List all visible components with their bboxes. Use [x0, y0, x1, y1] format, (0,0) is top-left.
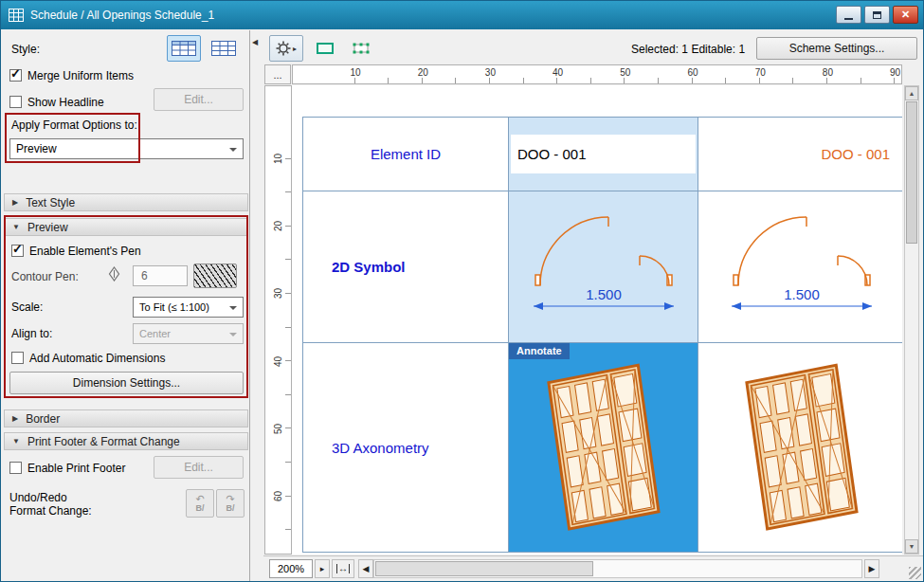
cell-2d-symbol-selected[interactable]: 1.500 — [509, 191, 698, 343]
cell-2d-symbol-value[interactable]: 1.500 — [698, 191, 902, 343]
window-controls: ✕ — [836, 6, 918, 24]
dimension-settings-label: Dimension Settings... — [73, 376, 180, 390]
enable-element-pen-checkbox[interactable]: ✓ — [11, 245, 24, 257]
cell-3d-axonometry-active[interactable]: Annotate — [509, 343, 698, 552]
apply-format-select[interactable]: Preview — [9, 138, 244, 159]
cell-element-id-header[interactable]: Element ID — [303, 118, 509, 191]
style-grid-button[interactable] — [207, 35, 241, 62]
headline-edit-button[interactable]: Edit... — [154, 88, 244, 111]
enable-element-pen-label: Enable Element's Pen — [29, 245, 141, 258]
chevron-down-icon — [229, 148, 237, 155]
edit-region-tool-button[interactable] — [347, 36, 375, 61]
section-preview-label: Preview — [27, 221, 68, 234]
footer-edit-button[interactable]: Edit... — [154, 456, 244, 479]
scroll-right-button[interactable]: ▶ — [864, 559, 879, 578]
schedule-main-area: ▸ Selected: 1 Editable: 1 Scheme Setting… — [263, 30, 924, 582]
zoom-level-button[interactable]: 200% — [269, 559, 313, 578]
section-preview[interactable]: ▼ Preview — [4, 218, 248, 236]
expanded-arrow-icon: ▼ — [12, 223, 20, 231]
add-automatic-dimensions-checkbox[interactable] — [11, 352, 24, 364]
collapse-sidebar-button[interactable]: ◀ — [252, 38, 258, 46]
selection-handles-icon — [352, 42, 371, 55]
merge-uniform-items-checkbox[interactable]: ✓ — [9, 69, 22, 82]
show-headline-checkbox[interactable] — [9, 96, 22, 108]
sidebar-splitter[interactable]: ◀ — [250, 30, 263, 582]
align-to-select[interactable]: Center — [133, 323, 244, 344]
dimension-settings-button[interactable]: Dimension Settings... — [9, 372, 244, 394]
restore-button[interactable] — [864, 6, 890, 24]
style-merged-button[interactable] — [167, 35, 201, 62]
scale-select[interactable]: To Fit (≤ 1:100) — [133, 297, 244, 318]
contour-pen-field[interactable]: 6 — [133, 265, 188, 286]
h-ruler-label: 30 — [485, 67, 496, 78]
v-ruler-label: 50 — [273, 419, 283, 438]
scheme-settings-button[interactable]: Scheme Settings... — [756, 37, 917, 60]
redo-format-change-button[interactable]: ↷ B/ — [216, 489, 245, 518]
align-to-label: Align to: — [11, 327, 52, 340]
2d-symbol-label: 2D Symbol — [332, 259, 406, 275]
cell-element-id-editing[interactable]: DOO - 001 — [509, 118, 698, 191]
ruler-vertical: 102030405060 — [264, 85, 292, 555]
scroll-left-button[interactable]: ◀ — [358, 559, 373, 578]
scroll-down-button[interactable]: ▼ — [905, 539, 918, 554]
window-title: Schedule / All Openings Schedule_1 — [30, 9, 214, 22]
vertical-scrollbar[interactable]: ▲ ▼ — [904, 85, 919, 555]
right-arrow-icon: ▶ — [869, 564, 876, 573]
door-2d-symbol: 1.500 — [520, 214, 687, 320]
add-automatic-dimensions-label: Add Automatic Dimensions — [29, 352, 165, 365]
schedule-table: Element ID DOO - 001 DOO - 001 2D Symbol — [302, 117, 902, 553]
check-icon: ✓ — [10, 66, 21, 81]
schedule-grid-icon — [9, 9, 24, 22]
restore-icon — [873, 11, 881, 19]
element-id-edit-field[interactable]: DOO - 001 — [511, 135, 696, 173]
undo-format-change-button[interactable]: ↶ B/ — [186, 489, 214, 518]
resize-grip[interactable] — [909, 567, 921, 579]
cell-3d-axonometry-value[interactable] — [698, 343, 902, 552]
horizontal-scroll-thumb[interactable] — [375, 561, 593, 576]
door-3d-axonometry — [543, 359, 664, 536]
preview-mode-button[interactable]: ▸ — [269, 35, 303, 62]
v-ruler-label: 30 — [273, 284, 283, 303]
scroll-up-button[interactable]: ▲ — [905, 86, 918, 100]
minimize-button[interactable] — [836, 6, 861, 24]
titlebar[interactable]: Schedule / All Openings Schedule_1 ✕ — [1, 1, 923, 29]
section-text-style[interactable]: ▶ Text Style — [4, 193, 248, 211]
contour-pen-label: Contour Pen: — [11, 270, 79, 283]
h-ruler-label: 90 — [890, 67, 900, 78]
zoom-menu-button[interactable]: ▸ — [315, 559, 330, 578]
element-id-value-right: DOO - 001 — [821, 146, 890, 162]
dimension-text: 1.500 — [586, 286, 622, 302]
schedule-content-area: Element ID DOO - 001 DOO - 001 2D Symbol — [292, 85, 902, 555]
vertical-scroll-thumb[interactable] — [906, 101, 917, 244]
annotate-badge: Annotate — [509, 343, 570, 359]
pen-sample-button[interactable] — [193, 264, 237, 288]
h-ruler-label: 70 — [755, 67, 766, 78]
enable-print-footer-checkbox[interactable] — [9, 462, 22, 474]
ruler-options-button[interactable]: ... — [264, 64, 291, 84]
undo-arrow-icon: ↶ — [195, 494, 204, 503]
cell-3d-axonometry-header[interactable]: 3D Axonometry — [303, 343, 509, 552]
section-border-label: Border — [26, 412, 60, 426]
section-border[interactable]: ▶ Border — [4, 409, 248, 427]
close-button[interactable]: ✕ — [893, 6, 918, 24]
apply-format-label: Apply Format Options to: — [11, 118, 137, 132]
format-b-icon: B/ — [226, 503, 235, 513]
fit-in-window-button[interactable]: ↔ — [332, 559, 354, 578]
cell-element-id-value[interactable]: DOO - 001 — [698, 118, 902, 191]
table-style-grid-icon — [211, 41, 236, 56]
ruler-corner-label: ... — [273, 69, 281, 81]
table-style-merged-icon — [172, 41, 196, 56]
format-b-icon: B/ — [196, 503, 205, 513]
section-print-footer[interactable]: ▼ Print Footer & Format Change — [4, 432, 248, 450]
marquee-tool-button[interactable] — [311, 36, 339, 61]
align-to-value: Center — [139, 328, 171, 339]
cell-2d-symbol-header[interactable]: 2D Symbol — [303, 191, 509, 343]
edit-button-label: Edit... — [184, 93, 213, 106]
collapsed-arrow-icon: ▶ — [12, 414, 18, 423]
zoom-value: 200% — [278, 563, 304, 574]
scheme-settings-label: Scheme Settings... — [789, 42, 885, 55]
element-id-value: DOO - 001 — [517, 146, 587, 162]
h-ruler-label: 10 — [350, 67, 360, 78]
horizontal-scrollbar[interactable] — [373, 559, 862, 578]
undo-redo-label-line2: Format Change: — [9, 504, 92, 518]
